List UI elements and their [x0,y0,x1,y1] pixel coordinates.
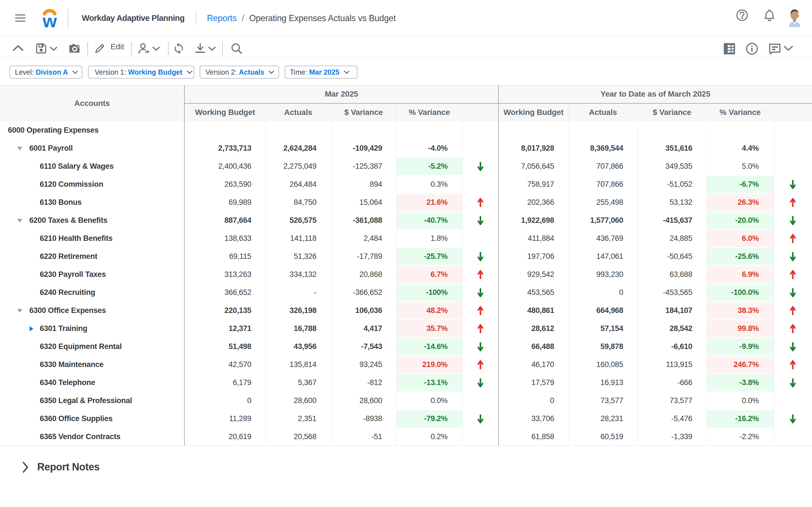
svg-text:w: w [42,11,57,30]
